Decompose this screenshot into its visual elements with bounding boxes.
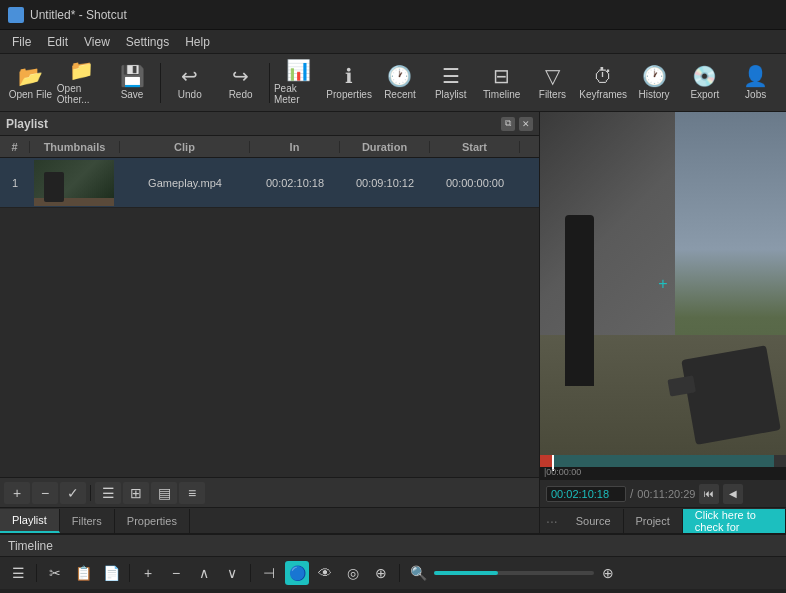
tl-paste-button[interactable]: 📄 (99, 561, 123, 585)
save-button[interactable]: 💾 Save (108, 57, 157, 109)
export-button[interactable]: 💿 Export (680, 57, 729, 109)
row-thumbnail (30, 160, 120, 206)
list-view-button[interactable]: ☰ (95, 482, 121, 504)
keyframes-button[interactable]: ⏱ Keyframes (579, 57, 628, 109)
tl-zoom-in-button[interactable]: ⊕ (598, 563, 618, 583)
tl-remove-button[interactable]: − (164, 561, 188, 585)
pl-sep-1 (90, 485, 91, 501)
open-file-icon: 📂 (18, 66, 43, 86)
tl-add-button[interactable]: + (136, 561, 160, 585)
tl-menu-button[interactable]: ☰ (6, 561, 30, 585)
undo-icon: ↩ (181, 66, 198, 86)
video-preview[interactable]: + (540, 112, 786, 455)
tab-filters[interactable]: Filters (60, 509, 115, 533)
thumbnail-art (34, 160, 114, 206)
tl-zoom-slider[interactable] (434, 571, 594, 575)
col-duration: Duration (340, 141, 430, 153)
time-separator: / (630, 487, 633, 501)
check-for-tab[interactable]: Click here to check for (683, 509, 786, 533)
history-button[interactable]: 🕐 History (630, 57, 679, 109)
recent-label: Recent (384, 89, 416, 100)
timecode-input[interactable] (546, 486, 626, 502)
col-start: Start (430, 141, 520, 153)
source-tab[interactable]: Source (564, 509, 624, 533)
open-other-button[interactable]: 📁 Open Other... (57, 57, 106, 109)
filters-icon: ▽ (545, 66, 560, 86)
step-back-button[interactable]: ◀ (723, 484, 743, 504)
add-button[interactable]: + (4, 482, 30, 504)
bottom-tabs: Playlist Filters Properties (0, 507, 539, 533)
tl-overwrite-button[interactable]: ∨ (220, 561, 244, 585)
redo-button[interactable]: ↪ Redo (216, 57, 265, 109)
tl-ripple-all-button[interactable]: ⊕ (369, 561, 393, 585)
tl-scrub-button[interactable]: 👁 (313, 561, 337, 585)
keyframes-label: Keyframes (579, 89, 627, 100)
jobs-label: Jobs (745, 89, 766, 100)
remove-button[interactable]: − (32, 482, 58, 504)
playlist-bottom: + − ✓ ☰ ⊞ ▤ ≡ (0, 477, 539, 507)
jobs-button[interactable]: 👤 Jobs (731, 57, 780, 109)
properties-button[interactable]: ℹ Properties (325, 57, 374, 109)
total-time: 00:11:20:29 (637, 488, 695, 500)
recent-button[interactable]: 🕐 Recent (376, 57, 425, 109)
playlist-title: Playlist (6, 117, 48, 131)
main-content: Playlist ⧉ ✕ # Thumbnails Clip In Durati… (0, 112, 786, 533)
project-tab[interactable]: Project (624, 509, 683, 533)
row-number: 1 (0, 177, 30, 189)
menu-bar: File Edit View Settings Help (0, 30, 786, 54)
tl-cut-button[interactable]: ✂ (43, 561, 67, 585)
row-duration: 00:09:10:12 (340, 177, 430, 189)
redo-icon: ↪ (232, 66, 249, 86)
menu-view[interactable]: View (76, 33, 118, 51)
timeline-scrubber[interactable]: |00:00:00 (540, 455, 786, 479)
open-other-icon: 📁 (69, 60, 94, 80)
peak-meter-label: Peak Meter (274, 83, 323, 105)
peak-meter-button[interactable]: 📊 Peak Meter (274, 57, 323, 109)
scene-figure (565, 215, 595, 387)
go-start-button[interactable]: ⏮ (699, 484, 719, 504)
open-file-label: Open File (9, 89, 52, 100)
tl-split-button[interactable]: ⊣ (257, 561, 281, 585)
menu-settings[interactable]: Settings (118, 33, 177, 51)
playlist-close-button[interactable]: ✕ (519, 117, 533, 131)
detail-view-button[interactable]: ▤ (151, 482, 177, 504)
keyframes-icon: ⏱ (593, 66, 613, 86)
col-num: # (0, 141, 30, 153)
tl-lift-button[interactable]: ∧ (192, 561, 216, 585)
row-in: 00:02:10:18 (250, 177, 340, 189)
peak-meter-icon: 📊 (286, 60, 311, 80)
filters-button[interactable]: ▽ Filters (528, 57, 577, 109)
tab-properties[interactable]: Properties (115, 509, 190, 533)
grid-view-button[interactable]: ⊞ (123, 482, 149, 504)
check-button[interactable]: ✓ (60, 482, 86, 504)
tl-ripple-button[interactable]: ◎ (341, 561, 365, 585)
title-bar-text: Untitled* - Shotcut (30, 8, 127, 22)
menu-help[interactable]: Help (177, 33, 218, 51)
col-in: In (250, 141, 340, 153)
tl-sep-1 (36, 564, 37, 582)
timeline-label: Timeline (483, 89, 520, 100)
playlist-button[interactable]: ☰ Playlist (426, 57, 475, 109)
playlist-icon: ☰ (442, 66, 460, 86)
open-file-button[interactable]: 📂 Open File (6, 57, 55, 109)
undo-button[interactable]: ↩ Undo (165, 57, 214, 109)
table-row[interactable]: 1 Gameplay.mp4 00:02:10:18 00:09:10:12 0… (0, 158, 539, 208)
timeline-button[interactable]: ⊟ Timeline (477, 57, 526, 109)
undo-label: Undo (178, 89, 202, 100)
export-label: Export (690, 89, 719, 100)
menu-file[interactable]: File (4, 33, 39, 51)
title-bar: Untitled* - Shotcut (0, 0, 786, 30)
menu-edit[interactable]: Edit (39, 33, 76, 51)
dots-button[interactable]: ··· (540, 511, 564, 531)
col-clip: Clip (120, 141, 250, 153)
tl-copy-button[interactable]: 📋 (71, 561, 95, 585)
tab-playlist[interactable]: Playlist (0, 509, 60, 533)
tl-sep-4 (399, 564, 400, 582)
col-thumbnails: Thumbnails (30, 141, 120, 153)
controls-bar: / 00:11:20:29 ⏮ ◀ (540, 479, 786, 507)
playlist-float-button[interactable]: ⧉ (501, 117, 515, 131)
compact-view-button[interactable]: ≡ (179, 482, 205, 504)
tl-snap-button[interactable]: 🔵 (285, 561, 309, 585)
toolbar-sep-2 (269, 63, 270, 103)
timeline-toolbar: ☰ ✂ 📋 📄 + − ∧ ∨ ⊣ 🔵 👁 ◎ ⊕ 🔍 ⊕ (0, 557, 786, 589)
